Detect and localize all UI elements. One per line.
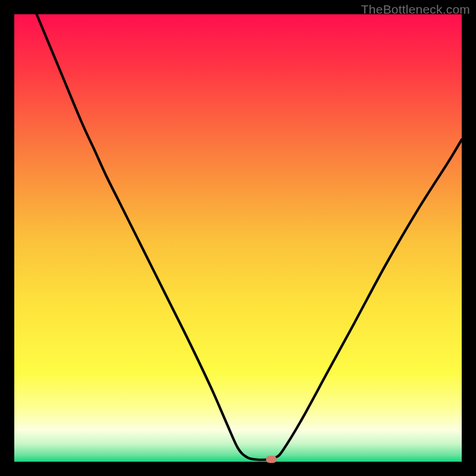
watermark-text: TheBottleneck.com <box>361 2 470 17</box>
bottleneck-chart: TheBottleneck.com <box>0 0 476 476</box>
curve-layer <box>14 14 462 462</box>
bottleneck-curve <box>37 14 462 460</box>
optimum-marker <box>266 456 277 463</box>
plot-area <box>14 14 462 462</box>
